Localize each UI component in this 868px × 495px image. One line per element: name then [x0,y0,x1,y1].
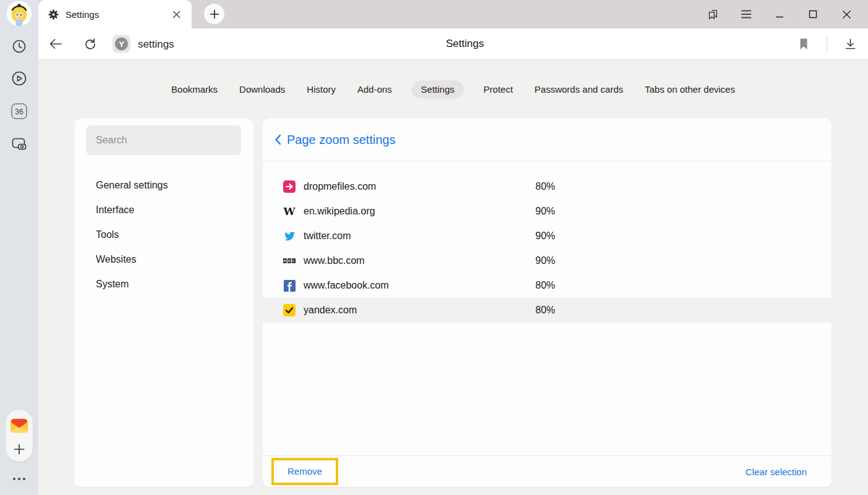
browser-window: 36 [0,0,868,495]
sidebar-apps-pill [6,410,33,462]
site-row-bbc[interactable]: B B C www.bbc.com 90% [263,248,832,273]
bbc-blocks-favicon: B B C [283,255,296,267]
site-domain: yandex.com [304,305,357,316]
bookmark-flag-icon[interactable] [793,33,814,54]
plus-icon [210,9,219,19]
avatar-girl-icon [7,1,32,26]
menu-item-tools[interactable]: Tools [74,222,253,247]
new-tab-button[interactable] [204,4,224,24]
address-bar: Y settings Settings [38,28,868,60]
add-app-icon[interactable] [12,442,26,456]
site-zoom-value: 90% [535,255,555,266]
settings-menu-list: General settings Interface Tools Website… [74,173,253,297]
site-zoom-value: 90% [535,206,555,217]
tab-groups-icon[interactable] [696,0,730,28]
menu-item-general[interactable]: General settings [74,173,253,198]
site-row-yandex[interactable]: yandex.com 80% [263,298,832,323]
remove-button[interactable]: Remove [287,466,322,476]
twitter-bird-favicon [283,230,296,242]
more-ellipsis-icon[interactable] [13,478,25,480]
url-text: settings [138,38,174,50]
site-row-wikipedia[interactable]: W en.wikipedia.org 90% [263,199,832,224]
menu-item-system[interactable]: System [74,272,253,297]
site-row-twitter[interactable]: twitter.com 90% [263,224,832,248]
zoom-site-list: dropmefiles.com 80% W en.wikipedia.org 9… [263,161,832,323]
site-zoom-value: 90% [535,231,555,242]
tab-counter-badge[interactable]: 36 [12,104,27,119]
chevron-left-icon [274,134,281,145]
menu-hamburger-icon[interactable] [730,0,763,28]
yandex-mail-icon[interactable] [9,415,30,436]
nav-tab-protect[interactable]: Protect [482,80,515,98]
site-domain: dropmefiles.com [304,181,376,192]
page-zoom-panel: Page zoom settings dropmefiles.com 80% W [263,119,832,487]
svg-text:C: C [292,259,295,263]
nav-tab-downloads[interactable]: Downloads [237,80,287,98]
yandex-check-favicon [283,304,296,316]
browser-tab-settings[interactable]: Settings [38,0,192,28]
tab-count: 36 [12,104,27,119]
nav-tab-addons[interactable]: Add-ons [355,80,394,98]
nav-tab-history[interactable]: History [305,80,338,98]
back-arrow-icon[interactable] [45,33,66,54]
gear-icon [48,9,59,20]
url-chip[interactable]: Y settings [113,35,174,53]
nav-tab-passwords[interactable]: Passwords and cards [533,80,625,98]
user-avatar[interactable] [7,1,32,26]
panel-footer: Remove Clear selection [263,455,832,487]
settings-nav-tabs: Bookmarks Downloads History Add-ons Sett… [38,80,868,98]
settings-menu-panel: General settings Interface Tools Website… [74,119,253,487]
tab-title: Settings [66,9,169,20]
nav-tab-settings[interactable]: Settings [412,80,464,98]
download-arrow-icon[interactable] [840,33,861,54]
site-row-facebook[interactable]: www.facebook.com 80% [263,273,832,298]
minimize-icon[interactable] [763,0,796,28]
menu-item-websites[interactable]: Websites [74,247,253,272]
dropmefiles-arrow-favicon [283,180,296,193]
panel-title: Page zoom settings [287,133,396,147]
site-zoom-value: 80% [535,181,555,192]
tab-close-icon[interactable] [169,7,183,21]
svg-text:B: B [284,259,286,263]
play-circle-icon[interactable] [11,70,28,87]
svg-text:B: B [288,259,291,263]
site-domain: www.bbc.com [304,255,365,266]
site-zoom-value: 80% [535,305,555,316]
facebook-f-favicon [283,279,296,292]
wikipedia-w-favicon: W [283,205,296,218]
left-sidebar: 36 [0,0,38,495]
window-controls [696,0,863,28]
history-clock-icon[interactable] [11,38,27,54]
site-zoom-value: 80% [535,280,555,291]
search-input[interactable] [86,125,241,155]
site-domain: www.facebook.com [304,280,389,291]
nav-tab-other-devices[interactable]: Tabs on other devices [643,80,737,98]
page-title: Settings [446,38,483,50]
yandex-y-icon: Y [113,35,130,53]
toolbar-divider [827,36,827,51]
clear-selection-button[interactable]: Clear selection [746,467,807,477]
panel-header-back[interactable]: Page zoom settings [263,119,832,161]
menu-item-interface[interactable]: Interface [74,198,253,222]
maximize-icon[interactable] [796,0,830,28]
reload-icon[interactable] [80,33,101,54]
site-domain: en.wikipedia.org [304,206,375,217]
site-row-dropmefiles[interactable]: dropmefiles.com 80% [263,174,832,199]
close-icon[interactable] [830,0,863,28]
screenshot-camera-icon[interactable] [11,136,28,152]
nav-tab-bookmarks[interactable]: Bookmarks [169,80,219,98]
remove-annotation-box: Remove [271,458,338,485]
site-domain: twitter.com [304,231,351,242]
tab-strip: Settings [38,0,868,28]
settings-content: Bookmarks Downloads History Add-ons Sett… [38,60,868,495]
